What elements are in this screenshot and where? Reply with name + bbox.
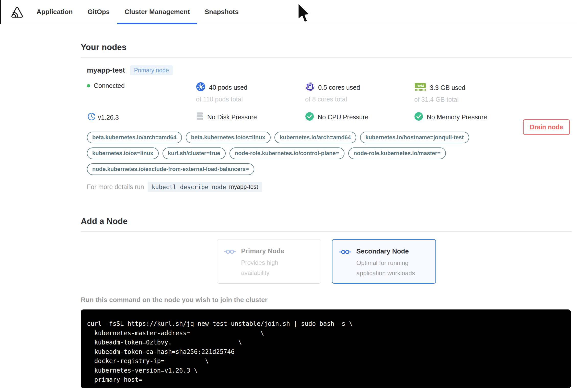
node-status: Connected xyxy=(87,82,196,103)
node-version: v1.26.3 xyxy=(87,112,196,123)
green-dot-icon xyxy=(87,84,90,87)
main-content: Your nodes myapp-test Primary node Conne… xyxy=(81,43,572,392)
condition-cpu: No CPU Pressure xyxy=(305,112,414,123)
secondary-node-option[interactable]: Secondary Node Optimal for running appli… xyxy=(332,239,436,284)
tab-cluster-management[interactable]: Cluster Management xyxy=(117,0,197,24)
node-label-pill: beta.kubernetes.io/os=linux xyxy=(186,132,271,143)
drain-node-button[interactable]: Drain node xyxy=(523,119,570,135)
stat-cores-total: of 8 cores total xyxy=(305,96,414,103)
node-panel: myapp-test Primary node Connected xyxy=(81,65,572,192)
tab-application[interactable]: Application xyxy=(29,0,80,24)
command-line: primary-host= xyxy=(87,375,564,385)
linked-nodes-icon xyxy=(339,249,351,283)
disk-stack-icon xyxy=(196,112,204,122)
tab-snapshots[interactable]: Snapshots xyxy=(197,0,246,24)
node-label-pill: node-role.kubernetes.io/control-plane= xyxy=(229,147,344,159)
secondary-node-option-text: Secondary Node Optimal for running appli… xyxy=(356,247,421,283)
update-clock-icon xyxy=(87,112,96,123)
node-stats-grid: Connected xyxy=(87,82,572,123)
describe-node-command: kubectl describe node myapp-test xyxy=(148,182,262,192)
stat-cores-used: 0.5 cores used xyxy=(318,84,360,91)
primary-node-option-title: Primary Node xyxy=(241,247,306,255)
command-line: kubeadm-token-ca-hash=sha256:221d25746 xyxy=(87,347,564,357)
nav-tabs: Application GitOps Cluster Management Sn… xyxy=(29,0,246,24)
ram-stick-icon: RAM xyxy=(414,82,426,93)
stat-memory-total: of 31.4 GB total xyxy=(414,96,572,103)
node-version-label: v1.26.3 xyxy=(98,114,119,121)
primary-node-badge: Primary node xyxy=(130,65,173,75)
secondary-node-option-desc: Optimal for running application workload… xyxy=(356,258,421,278)
describe-command-node: myapp-test xyxy=(229,183,258,190)
command-line: curl -fsSL https://kurl.sh/jq-new-test-u… xyxy=(87,319,564,329)
tab-gitops[interactable]: GitOps xyxy=(80,0,117,24)
check-circle-icon xyxy=(305,112,314,122)
cpu-chip-icon xyxy=(305,82,315,93)
kurl-logo-icon[interactable] xyxy=(10,6,24,18)
stat-memory: RAM 3.3 GB used of 31.4 GB total xyxy=(414,82,572,103)
node-label-pill: beta.kubernetes.io/arch=amd64 xyxy=(87,132,182,143)
condition-disk: No Disk Pressure xyxy=(196,112,305,123)
kubernetes-wheel-icon xyxy=(196,82,205,93)
secondary-node-option-title: Secondary Node xyxy=(356,247,421,255)
node-type-options: Primary Node Provides high availability … xyxy=(81,239,572,284)
add-node-title: Add a Node xyxy=(81,217,572,226)
condition-memory-label: No Memory Pressure xyxy=(427,113,487,121)
stat-cores: 0.5 cores used of 8 cores total xyxy=(305,82,414,103)
node-name: myapp-test xyxy=(87,66,125,74)
stat-pods-used: 40 pods used xyxy=(209,84,247,91)
section-divider xyxy=(81,57,572,57)
join-command-block[interactable]: curl -fsSL https://kurl.sh/jq-new-test-u… xyxy=(81,309,571,388)
node-details-hint: For more details run kubectl describe no… xyxy=(87,182,572,192)
node-labels: beta.kubernetes.io/arch=amd64 beta.kuber… xyxy=(87,132,521,175)
condition-disk-label: No Disk Pressure xyxy=(207,113,257,121)
linked-nodes-icon xyxy=(224,249,236,283)
command-line: kubernetes-master-address= \ xyxy=(87,329,564,338)
node-label-pill: kubernetes.io/arch=amd64 xyxy=(274,132,356,143)
node-label-pill: node.kubernetes.io/exclude-from-external… xyxy=(87,163,254,175)
mouse-cursor-arrow-icon xyxy=(296,2,312,25)
node-label-pill: node-role.kubernetes.io/master= xyxy=(348,147,446,159)
primary-node-option-desc: Provides high availability xyxy=(241,258,306,278)
section-divider xyxy=(81,231,572,232)
top-nav: Application GitOps Cluster Management Sn… xyxy=(0,0,577,24)
describe-command-text: kubectl describe node xyxy=(152,184,226,190)
check-circle-icon xyxy=(414,112,423,122)
command-line: kubeadm-token=0ztbvy. \ xyxy=(87,338,564,347)
command-line: docker-registry-ip= \ xyxy=(87,356,564,366)
stat-memory-used: 3.3 GB used xyxy=(430,84,465,91)
node-label-pill: kubernetes.io/hostname=jonquil-test xyxy=(360,132,469,143)
window-left-edge xyxy=(0,0,1,24)
condition-cpu-label: No CPU Pressure xyxy=(318,113,368,121)
node-label-pill: kubernetes.io/os=linux xyxy=(87,147,159,159)
primary-node-option[interactable]: Primary Node Provides high availability xyxy=(217,239,321,284)
stat-pods-total: of 110 pods total xyxy=(196,96,305,103)
primary-node-option-text: Primary Node Provides high availability xyxy=(241,247,306,283)
details-prefix: For more details run xyxy=(87,183,144,191)
node-status-label: Connected xyxy=(94,82,125,89)
node-label-pill: kurl.sh/cluster=true xyxy=(163,147,226,159)
join-command-instruction: Run this command on the node you wish to… xyxy=(81,296,572,304)
svg-text:RAM: RAM xyxy=(417,84,424,88)
your-nodes-title: Your nodes xyxy=(81,43,572,52)
command-line: kubernetes-version=v1.26.3 \ xyxy=(87,366,564,375)
node-header: myapp-test Primary node xyxy=(87,65,572,75)
stat-pods: 40 pods used of 110 pods total xyxy=(196,82,305,103)
